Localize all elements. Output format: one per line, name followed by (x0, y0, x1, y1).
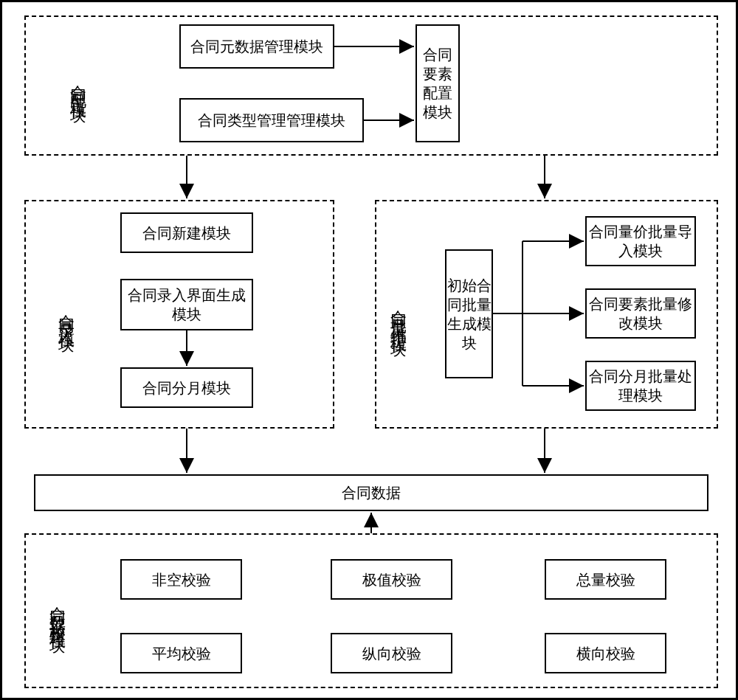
section-entry-title: 合同录入模块 (55, 246, 77, 382)
box-metadata-mgmt: 合同元数据管理模块 (179, 24, 334, 69)
box-validate-total: 总量校验 (545, 559, 666, 600)
box-validate-horizontal: 横向校验 (545, 633, 666, 673)
box-month-batch-proc: 合同分月批量处理模块 (585, 361, 696, 411)
section-config-title: 合同配置模块 (67, 26, 89, 144)
box-validate-extreme: 极值校验 (331, 559, 452, 600)
diagram-canvas: 合同配置模块 合同元数据管理模块 合同类型管理管理模块 合同要素配置模块 合同录… (0, 0, 738, 700)
box-entry-ui-gen: 合同录入界面生成模块 (120, 279, 253, 330)
box-element-batch-mod: 合同要素批量修改模块 (585, 288, 696, 339)
section-config (24, 15, 718, 156)
box-contract-month: 合同分月模块 (120, 367, 253, 408)
box-element-config: 合同要素配置模块 (415, 24, 460, 142)
section-validate-title: 合同数据校验模块 (46, 541, 69, 681)
box-validate-average: 平均校验 (120, 633, 242, 673)
box-validate-vertical: 纵向校验 (331, 633, 452, 673)
box-initial-batch-gen: 初始合同批量生成模块 (445, 249, 493, 378)
box-contract-data: 合同数据 (34, 474, 708, 511)
box-type-mgmt: 合同类型管理管理模块 (179, 98, 364, 142)
box-qty-price-import: 合同量价批量导入模块 (585, 216, 696, 266)
box-validate-notnull: 非空校验 (120, 559, 242, 600)
section-batch-title: 合同批量维护模块 (387, 220, 410, 408)
box-contract-new: 合同新建模块 (120, 212, 253, 253)
